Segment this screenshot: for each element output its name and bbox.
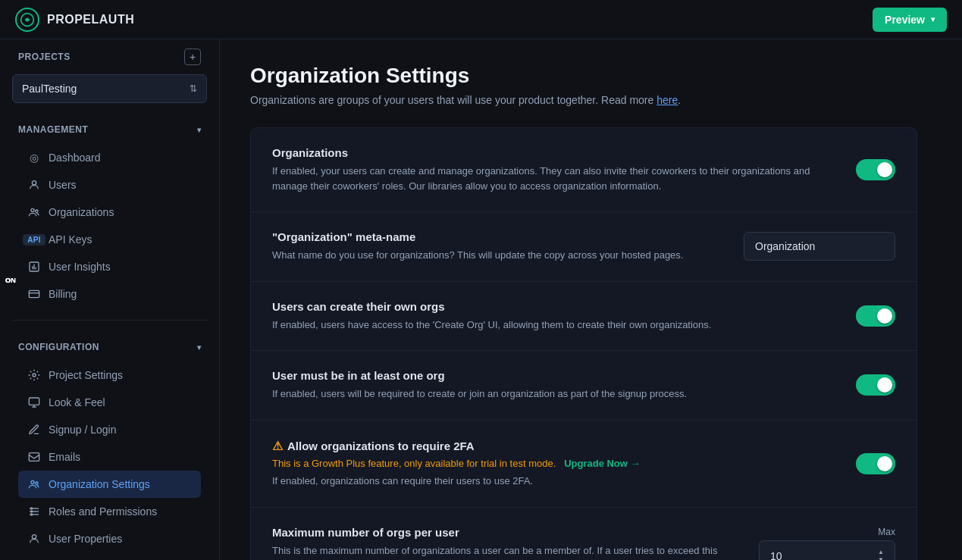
upgrade-now-link[interactable]: Upgrade Now →	[564, 458, 640, 469]
management-chevron-icon: ▾	[197, 126, 202, 134]
sidebar-item-billing[interactable]: Billing	[18, 280, 201, 308]
setting-title: Organizations	[272, 146, 832, 159]
setting-content: "Organization" meta-name What name do yo…	[272, 230, 744, 263]
toggle-track[interactable]: ON	[856, 453, 895, 474]
sidebar-item-project-settings[interactable]: Project Settings	[18, 361, 201, 389]
setting-content: ⚠ Allow organizations to require 2FA Thi…	[272, 439, 856, 489]
sidebar-item-signup-login[interactable]: Signup / Login	[18, 416, 201, 443]
sidebar-item-label: Users	[49, 179, 77, 191]
logo-text: PROPELAUTH	[47, 13, 134, 27]
billing-icon	[27, 287, 41, 301]
preview-chevron-icon: ▾	[931, 15, 935, 23]
setting-row-max-orgs: Maximum number of orgs per user This is …	[251, 508, 917, 561]
max-label: Max	[878, 527, 895, 537]
svg-rect-5	[29, 290, 39, 297]
preview-button[interactable]: Preview ▾	[873, 8, 947, 32]
sidebar-item-label: Emails	[49, 451, 80, 463]
svg-point-1	[32, 181, 36, 185]
setting-desc: If enabled, users will be required to cr…	[272, 386, 832, 402]
configuration-section-header[interactable]: Configuration ▾	[12, 336, 207, 358]
svg-point-17	[32, 535, 36, 539]
sidebar-item-label: User Properties	[49, 533, 122, 545]
number-input-arrows[interactable]: ▲ ▼	[878, 549, 884, 560]
svg-point-14	[31, 508, 33, 509]
configuration-label: Configuration	[18, 342, 99, 352]
meta-name-input[interactable]	[744, 232, 895, 261]
sidebar-item-look-feel[interactable]: Look & Feel	[18, 389, 201, 416]
setting-content: Users can create their own orgs If enabl…	[272, 300, 856, 333]
management-section: Management ▾ ◎ Dashboard Users	[0, 109, 219, 314]
settings-card: Organizations If enabled, your users can…	[250, 127, 917, 560]
sidebar-item-roles-permissions[interactable]: Roles and Permissions	[18, 498, 201, 525]
svg-point-16	[31, 514, 33, 515]
roles-permissions-icon	[27, 505, 41, 518]
svg-rect-8	[29, 453, 39, 461]
setting-row-create-orgs: Users can create their own orgs If enabl…	[251, 282, 917, 352]
sidebar-item-label: Look & Feel	[49, 396, 105, 408]
warning-icon: ⚠	[272, 439, 283, 453]
user-properties-icon	[27, 532, 41, 546]
require-2fa-toggle[interactable]: ON	[856, 453, 895, 474]
main-content: Organization Settings Organizations are …	[220, 39, 962, 560]
project-settings-icon	[27, 368, 41, 382]
create-orgs-toggle[interactable]: ON	[856, 305, 895, 327]
svg-point-15	[31, 511, 33, 512]
management-section-header[interactable]: Management ▾	[12, 118, 207, 141]
arrow-up-icon: ▲	[878, 549, 884, 555]
dashboard-icon: ◎	[27, 151, 41, 164]
setting-desc: If enabled, your users can create and ma…	[272, 164, 832, 193]
add-project-button[interactable]: +	[184, 48, 201, 65]
setting-title: Users can create their own orgs	[272, 300, 832, 313]
setting-row-must-be-in-org: User must be in at least one org If enab…	[251, 351, 917, 421]
sidebar-item-user-insights[interactable]: User Insights	[18, 253, 201, 280]
sidebar-item-org-settings[interactable]: Organization Settings	[18, 471, 201, 498]
number-value: 10	[770, 550, 782, 561]
sidebar-item-emails[interactable]: Emails	[18, 443, 201, 471]
max-orgs-input[interactable]: 10 ▲ ▼	[759, 540, 895, 560]
setting-title: "Organization" meta-name	[272, 230, 719, 243]
org-settings-icon	[27, 477, 41, 491]
sidebar-item-users[interactable]: Users	[18, 171, 201, 199]
sidebar-item-dashboard[interactable]: ◎ Dashboard	[18, 144, 201, 171]
signup-login-icon	[27, 423, 41, 436]
toggle-thumb	[877, 377, 892, 393]
sidebar-item-user-properties[interactable]: User Properties	[18, 525, 201, 552]
toggle-track[interactable]: ON	[856, 305, 895, 327]
toggle-track[interactable]: ON	[856, 159, 895, 180]
organizations-toggle[interactable]: ON	[856, 159, 895, 180]
project-selector[interactable]: PaulTesting ⇅	[12, 74, 207, 103]
setting-row-require-2fa: ⚠ Allow organizations to require 2FA Thi…	[251, 421, 917, 508]
sidebar-item-label: Roles and Permissions	[49, 505, 157, 518]
configuration-chevron-icon: ▾	[197, 343, 202, 352]
setting-row-meta-name: "Organization" meta-name What name do yo…	[251, 212, 917, 282]
toggle-thumb	[877, 456, 892, 471]
sidebar: Projects + PaulTesting ⇅ Management ▾ ◎ …	[0, 39, 220, 560]
sidebar-item-integrations[interactable]: Integrations	[18, 552, 201, 560]
setting-content: Organizations If enabled, your users can…	[272, 146, 856, 193]
page-subtitle-text: Organizations are groups of your users t…	[250, 94, 653, 106]
max-orgs-control: Max 10 ▲ ▼	[759, 527, 895, 560]
sidebar-item-api-keys[interactable]: API API Keys	[18, 226, 201, 253]
layout: Projects + PaulTesting ⇅ Management ▾ ◎ …	[0, 39, 962, 560]
toggle-track[interactable]: ON	[856, 374, 895, 396]
configuration-section: Configuration ▾ Project Settings	[0, 327, 219, 560]
page-subtitle-link[interactable]: here	[656, 94, 678, 106]
projects-section-header: Projects +	[0, 39, 219, 68]
sidebar-item-organizations[interactable]: Organizations	[18, 199, 201, 226]
setting-desc: This is the maximum number of organizati…	[272, 543, 735, 561]
management-nav: ◎ Dashboard Users	[12, 141, 207, 311]
svg-point-2	[31, 208, 34, 211]
svg-point-10	[36, 482, 38, 484]
sidebar-item-label: Organizations	[49, 206, 114, 218]
sidebar-item-label: Dashboard	[49, 152, 101, 164]
logo-icon	[15, 8, 39, 32]
svg-point-9	[31, 480, 34, 483]
page-title: Organization Settings	[250, 64, 932, 88]
setting-title: User must be in at least one org	[272, 369, 832, 382]
arrow-down-icon: ▼	[878, 556, 884, 560]
setting-title: Maximum number of orgs per user	[272, 526, 735, 539]
max-orgs-input-wrapper: Max 10 ▲ ▼	[759, 527, 895, 560]
must-be-in-org-toggle[interactable]: ON	[856, 374, 895, 396]
svg-point-6	[33, 374, 36, 377]
topnav: PROPELAUTH Preview ▾	[0, 0, 962, 39]
